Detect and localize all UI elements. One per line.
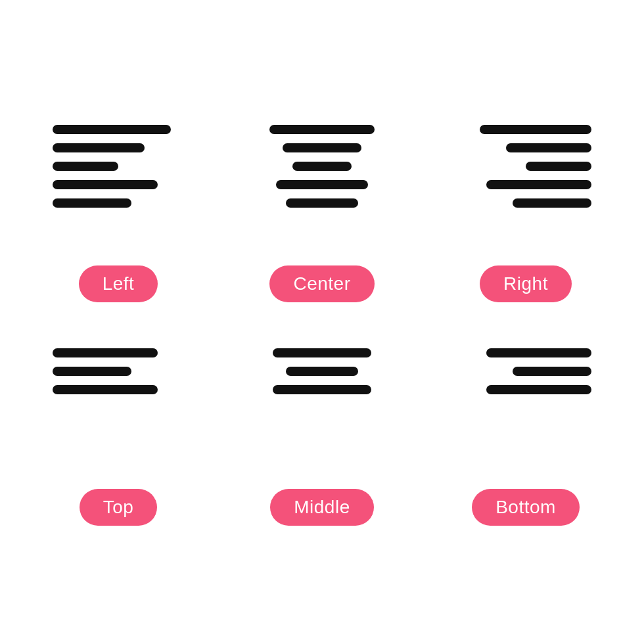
line — [292, 162, 352, 171]
label-left: Left — [79, 265, 158, 302]
line — [526, 162, 591, 171]
line — [513, 198, 591, 208]
label-bottom: Bottom — [472, 489, 580, 526]
cell-top: Top — [33, 342, 204, 526]
line — [53, 162, 118, 171]
cell-center: Center — [237, 118, 407, 302]
lines-left — [53, 118, 184, 250]
line — [506, 143, 591, 152]
label-center: Center — [269, 265, 374, 302]
cell-right: Right — [440, 118, 611, 302]
cell-left: Left — [33, 118, 204, 302]
line — [273, 348, 371, 357]
line — [513, 367, 591, 376]
cell-bottom: Bottom — [440, 342, 611, 526]
line — [283, 143, 361, 152]
label-right: Right — [480, 265, 572, 302]
line — [53, 198, 131, 208]
lines-right — [460, 118, 591, 250]
cell-middle: Middle — [237, 342, 407, 526]
line — [53, 348, 158, 357]
line — [286, 367, 358, 376]
line — [53, 385, 158, 394]
line — [53, 143, 145, 152]
line — [53, 367, 131, 376]
label-top: Top — [80, 489, 158, 526]
line — [53, 125, 171, 134]
line — [269, 125, 375, 134]
lines-top — [53, 342, 184, 473]
line — [480, 125, 591, 134]
line — [486, 180, 591, 189]
line — [273, 385, 371, 394]
lines-middle — [256, 342, 388, 473]
line — [276, 180, 368, 189]
alignment-grid: Left Center Right Top — [33, 118, 611, 526]
label-middle: Middle — [270, 489, 373, 526]
line — [53, 180, 158, 189]
line — [286, 198, 358, 208]
line — [486, 385, 591, 394]
lines-bottom — [460, 342, 591, 473]
line — [486, 348, 591, 357]
lines-center — [256, 118, 388, 250]
